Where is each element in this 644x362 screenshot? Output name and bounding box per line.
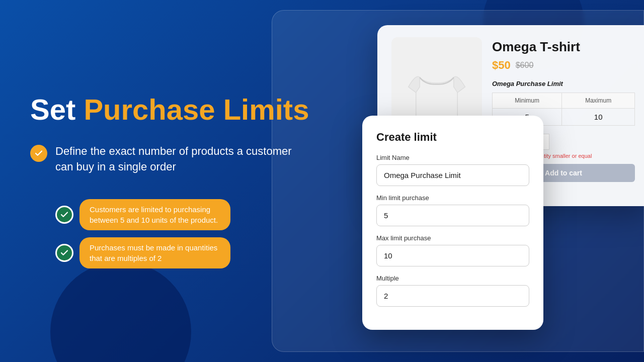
table-max-value: 10 bbox=[562, 109, 635, 126]
tags-area: Customers are limited to purchasing betw… bbox=[30, 199, 312, 268]
form-group-min: Min limit purchase bbox=[376, 194, 529, 226]
table-col-min: Minimum bbox=[493, 93, 562, 109]
feature-description: Define the exact number of products a cu… bbox=[55, 144, 312, 175]
max-limit-label: Max limit purchase bbox=[376, 234, 529, 242]
tag-item-2: Purchases must be made in quantities tha… bbox=[55, 237, 312, 268]
max-limit-input[interactable] bbox=[376, 245, 529, 266]
tag-pill-2: Purchases must be made in quantities tha… bbox=[79, 237, 230, 268]
limit-name-label: Limit Name bbox=[376, 154, 529, 161]
headline-white-part: Set bbox=[30, 93, 84, 126]
form-group-multiple: Multiple bbox=[376, 275, 529, 307]
price-row: $50 $600 bbox=[492, 59, 635, 72]
create-limit-title: Create limit bbox=[376, 131, 529, 144]
form-group-max: Max limit purchase bbox=[376, 234, 529, 266]
price-current: $50 bbox=[492, 59, 511, 72]
create-limit-card: Create limit Limit Name Min limit purcha… bbox=[362, 116, 543, 330]
feature-item: Define the exact number of products a cu… bbox=[30, 144, 312, 175]
multiple-input[interactable] bbox=[376, 285, 529, 307]
limit-name-input[interactable] bbox=[376, 164, 529, 186]
feature-check-icon bbox=[30, 145, 47, 162]
headline-orange-part: Purchase Limits bbox=[84, 93, 309, 126]
min-limit-label: Min limit purchase bbox=[376, 194, 529, 202]
left-panel: Set Purchase Limits Define the exact num… bbox=[30, 0, 312, 362]
min-limit-input[interactable] bbox=[376, 205, 529, 226]
tag-item-1: Customers are limited to purchasing betw… bbox=[55, 199, 312, 230]
multiple-label: Multiple bbox=[376, 275, 529, 282]
product-name: Omega T-shirt bbox=[492, 39, 635, 55]
limit-label: Omega Purchase Limit bbox=[492, 80, 635, 87]
form-group-name: Limit Name bbox=[376, 154, 529, 186]
tag-check-icon-2 bbox=[55, 244, 73, 262]
page-headline: Set Purchase Limits bbox=[30, 94, 312, 126]
tag-check-icon-1 bbox=[55, 206, 73, 224]
table-col-max: Maximum bbox=[562, 93, 635, 109]
tag-pill-1: Customers are limited to purchasing betw… bbox=[79, 199, 230, 230]
price-original: $600 bbox=[516, 61, 534, 70]
